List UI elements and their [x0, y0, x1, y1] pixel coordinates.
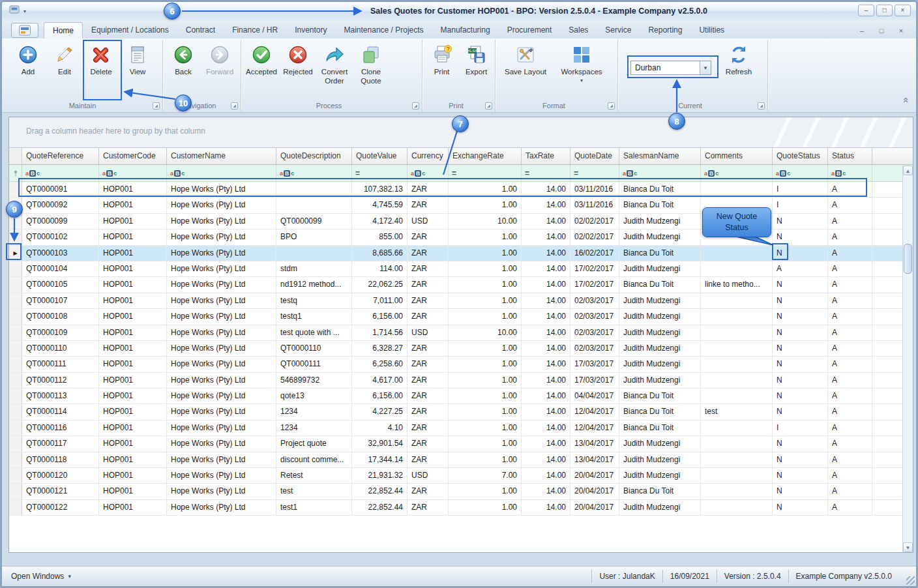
cell-status[interactable]: A [828, 309, 872, 324]
cell-comments[interactable] [701, 214, 773, 229]
cell-currency[interactable]: USD [407, 214, 449, 229]
column-header-status[interactable]: Status [828, 148, 872, 164]
vertical-scrollbar[interactable]: ▲ ▼ [902, 166, 913, 552]
cell-quotevalue[interactable]: 21,931.32 [352, 468, 407, 483]
cell-quotereference[interactable]: QT0000121 [22, 484, 99, 499]
cell-quotestatus[interactable]: N [773, 325, 828, 340]
column-header-quotereference[interactable]: QuoteReference [22, 148, 99, 164]
column-header-quotevalue[interactable]: QuoteValue [352, 148, 407, 164]
cell-quotereference[interactable]: QT0000111 [22, 357, 99, 372]
cell-taxrate[interactable]: 14.00 [522, 277, 570, 292]
table-row[interactable]: QT0000112HOP001Hope Works (Pty) Ltd54689… [9, 373, 913, 389]
cell-quotedescription[interactable] [276, 246, 352, 261]
cell-customername[interactable]: Hope Works (Pty) Ltd [167, 277, 276, 292]
cell-exchangerate[interactable]: 1.00 [449, 277, 522, 292]
cell-quotedescription[interactable]: QT0000110 [276, 341, 352, 356]
cell-currency[interactable]: ZAR [407, 404, 449, 419]
filter-cell-customername[interactable]: aBc [167, 165, 276, 181]
cell-currency[interactable]: ZAR [407, 484, 449, 499]
cell-exchangerate[interactable]: 1.00 [449, 500, 522, 515]
cell-exchangerate[interactable]: 1.00 [449, 436, 522, 451]
cell-quotedescription[interactable]: 1234 [276, 404, 352, 419]
cell-exchangerate[interactable]: 1.00 [449, 373, 522, 388]
table-row[interactable]: QT0000113HOP001Hope Works (Pty) Ltdqote1… [9, 389, 913, 404]
workspaces-button[interactable]: Workspaces▾ [554, 41, 610, 97]
cell-comments[interactable] [701, 468, 773, 483]
cell-taxrate[interactable]: 14.00 [522, 325, 570, 340]
cell-exchangerate[interactable]: 10.00 [449, 325, 522, 340]
cell-customername[interactable]: Hope Works (Pty) Ltd [167, 484, 276, 499]
cell-taxrate[interactable]: 14.00 [522, 389, 570, 404]
dialog-launcher-icon[interactable]: ◢ [153, 102, 160, 110]
table-row[interactable]: QT0000120HOP001Hope Works (Pty) LtdRetes… [9, 468, 913, 484]
tab-equipment-locations[interactable]: Equipment / Locations [83, 22, 177, 38]
cell-taxrate[interactable]: 14.00 [522, 373, 570, 388]
cell-status[interactable]: A [828, 436, 872, 451]
cell-customercode[interactable]: HOP001 [99, 277, 167, 292]
cell-salesmanname[interactable]: Judith Mudzengi [619, 325, 701, 340]
cell-quotestatus[interactable]: I [773, 182, 828, 197]
cell-status[interactable]: A [828, 341, 872, 356]
table-row[interactable]: QT0000111HOP001Hope Works (Pty) LtdQT000… [9, 357, 913, 372]
table-row[interactable]: QT0000091HOP001Hope Works (Pty) Ltd107,3… [9, 182, 913, 198]
cell-salesmanname[interactable]: Judith Mudzengi [619, 373, 701, 388]
cell-quotedescription[interactable]: qote13 [276, 389, 352, 404]
filter-cell-quotereference[interactable]: aBc [22, 165, 99, 181]
cell-customername[interactable]: Hope Works (Pty) Ltd [167, 436, 276, 451]
cell-customername[interactable]: Hope Works (Pty) Ltd [167, 452, 276, 467]
dialog-launcher-icon[interactable]: ◢ [608, 102, 615, 110]
cell-quotedate[interactable]: 13/04/2017 [570, 452, 619, 467]
cell-quotestatus[interactable]: I [773, 420, 828, 435]
cell-quotevalue[interactable]: 4,172.40 [352, 214, 407, 229]
cell-taxrate[interactable]: 14.00 [522, 484, 570, 499]
cell-quotestatus[interactable]: N [773, 484, 828, 499]
cell-quotestatus[interactable]: N [773, 436, 828, 451]
cell-customername[interactable]: Hope Works (Pty) Ltd [167, 341, 276, 356]
cell-quotestatus[interactable]: N [773, 277, 828, 292]
cell-quotestatus[interactable]: A [773, 261, 828, 276]
cell-salesmanname[interactable]: Judith Mudzengi [619, 452, 701, 467]
cell-quotedescription[interactable]: stdm [276, 261, 352, 276]
cell-quotereference[interactable]: QT0000104 [22, 261, 99, 276]
cell-quotereference[interactable]: QT0000120 [22, 468, 99, 483]
cell-status[interactable]: A [828, 357, 872, 372]
column-header-comments[interactable]: Comments [701, 148, 773, 164]
cell-comments[interactable] [701, 357, 773, 372]
column-header-customername[interactable]: CustomerName [167, 148, 276, 164]
cell-quotestatus[interactable]: N [773, 246, 828, 261]
cell-salesmanname[interactable]: Judith Mudzengi [619, 436, 701, 451]
maximize-button[interactable]: □ [876, 5, 893, 16]
cell-currency[interactable]: ZAR [407, 198, 449, 213]
add-button[interactable]: Add [10, 41, 46, 97]
table-row[interactable]: QT0000109HOP001Hope Works (Pty) Ltdtest … [9, 325, 913, 341]
cell-quotestatus[interactable]: N [773, 357, 828, 372]
cell-customercode[interactable]: HOP001 [99, 404, 167, 419]
cell-customername[interactable]: Hope Works (Pty) Ltd [167, 325, 276, 340]
cell-quotedescription[interactable]: Retest [276, 468, 352, 483]
print-button[interactable]: ?Print [424, 41, 459, 97]
cell-exchangerate[interactable]: 1.00 [449, 261, 522, 276]
cell-quotevalue[interactable]: 6,156.00 [352, 309, 407, 324]
table-row[interactable]: QT0000122HOP001Hope Works (Pty) Ltdtest1… [9, 500, 913, 516]
cell-currency[interactable]: ZAR [407, 373, 449, 388]
cell-taxrate[interactable]: 14.00 [522, 214, 570, 229]
cell-quotereference[interactable]: QT0000102 [22, 229, 99, 244]
cell-customercode[interactable]: HOP001 [99, 373, 167, 388]
cell-quotevalue[interactable]: 4,227.25 [352, 404, 407, 419]
cell-salesmanname[interactable]: Judith Mudzengi [619, 229, 701, 244]
cell-quotereference[interactable]: QT0000108 [22, 309, 99, 324]
table-row[interactable]: QT0000099HOP001Hope Works (Pty) LtdQT000… [9, 214, 913, 229]
cell-quotereference[interactable]: QT0000116 [22, 420, 99, 435]
cell-taxrate[interactable]: 14.00 [522, 420, 570, 435]
cell-quotereference[interactable]: QT0000118 [22, 452, 99, 467]
cell-customername[interactable]: Hope Works (Pty) Ltd [167, 182, 276, 197]
table-row[interactable]: QT0000104HOP001Hope Works (Pty) Ltdstdm1… [9, 261, 913, 277]
cell-quotevalue[interactable]: 22,852.44 [352, 484, 407, 499]
cell-currency[interactable]: ZAR [407, 452, 449, 467]
cell-customercode[interactable]: HOP001 [99, 182, 167, 197]
cell-quotereference[interactable]: QT0000092 [22, 198, 99, 213]
cell-status[interactable]: A [828, 293, 872, 308]
cell-currency[interactable]: USD [407, 325, 449, 340]
location-combobox[interactable]: Durban▾ [630, 61, 711, 75]
delete-button[interactable]: Delete [83, 41, 119, 97]
